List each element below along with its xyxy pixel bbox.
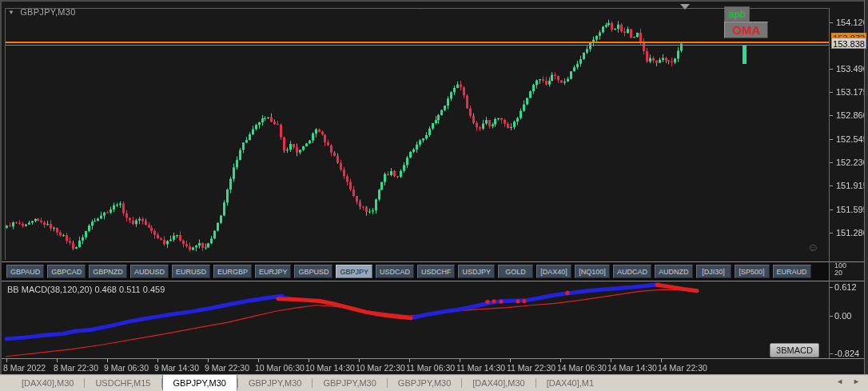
time-tick-label: 10 Mar 14:30 — [305, 363, 355, 373]
symbol-button-eurusd[interactable]: EURUSD — [172, 265, 210, 278]
time-tick — [359, 359, 360, 362]
time-tick — [309, 359, 309, 362]
time-tick-label: 14 Mar 22:30 — [658, 363, 707, 373]
chart-symbol-title: ▼GBPJPY,M30 — [8, 7, 76, 17]
time-tick-label: 14 Mar 06:30 — [557, 363, 607, 373]
chart-tab-3[interactable]: GBPJPY,M30 — [238, 375, 312, 391]
chart-tab-bar: [DAX40],M30USDCHF,M15GBPJPY,M30GBPJPY,M3… — [0, 374, 868, 391]
symbol-button-audcad[interactable]: AUDCAD — [613, 265, 651, 278]
time-tick-label: 11 Mar 14:30 — [456, 363, 505, 373]
window-frame — [0, 0, 868, 2]
time-tick-label: 10 Mar 22:30 — [356, 363, 405, 373]
time-tick-label: 8 Mar 22:30 — [54, 363, 98, 373]
time-tick-label: 14 Mar 14:30 — [607, 363, 657, 373]
price-tick-label: 154.120 — [836, 18, 868, 27]
symbol-button-nq100[interactable]: [NQ100] — [575, 265, 610, 278]
subwindow-scale-bottom: 20 — [834, 269, 842, 276]
time-tick — [611, 359, 611, 362]
chart-tab-6[interactable]: [DAX40],M30 — [462, 375, 535, 391]
window-frame — [864, 0, 868, 374]
price-tick-label: 152.860 — [836, 110, 868, 120]
smiley-icon: ☺ — [807, 241, 818, 253]
time-tick — [107, 359, 108, 362]
symbol-bar: GBPAUDGBPCADGBPNZDAUDUSDEURUSDEURGBPEURJ… — [2, 262, 829, 281]
chart-tab-5[interactable]: GBPJPY,M30 — [388, 375, 461, 391]
time-tick-label: 8 Mar 2022 — [3, 363, 46, 373]
symbol-button-eurgbp[interactable]: EURGBP — [213, 265, 252, 278]
symbol-button-usdchf[interactable]: USDCHF — [417, 265, 456, 278]
symbol-button-gbpnzd[interactable]: GBPNZD — [89, 265, 127, 278]
price-tick-label: 153.175 — [836, 87, 868, 97]
symbol-button-eurjpy[interactable]: EURJPY — [255, 265, 292, 278]
time-tick — [157, 359, 158, 362]
symbol-button-gold[interactable]: GOLD — [498, 265, 533, 278]
current-price-label: 153.838 — [831, 38, 866, 49]
time-tick — [510, 359, 511, 362]
bbmacd-indicator-window[interactable]: BB MACD(38,120,20) 0.468 0.511 0.459 3BM… — [0, 281, 864, 358]
scroll-left-icon[interactable]: ◄ — [836, 377, 843, 385]
symbol-button-gbpusd[interactable]: GBPUSD — [294, 265, 332, 278]
symbol-button-euraud[interactable]: EURAUD — [773, 265, 811, 278]
chevron-down-icon: ▼ — [8, 9, 14, 16]
symbol-button-usdjpy[interactable]: USDJPY — [458, 265, 495, 278]
indicator-label: BB MACD(38,120,20) 0.468 0.511 0.459 — [7, 285, 165, 294]
time-tick — [409, 359, 410, 362]
time-tick-label: 9 Mar 06:30 — [104, 363, 149, 373]
indicator-tick-label: -0.824 — [834, 349, 859, 358]
time-tick-label: 10 Mar 06:30 — [255, 363, 305, 373]
time-tick-label: 11 Mar 22:30 — [507, 363, 555, 373]
subwindow-scale-top: 100 — [834, 262, 846, 269]
window-frame — [0, 0, 2, 374]
signal-bar — [743, 46, 747, 64]
symbol-button-dji30[interactable]: [DJI30] — [696, 265, 731, 278]
time-tick — [661, 359, 662, 362]
symbol-button-gbpcad[interactable]: GBPCAD — [47, 265, 86, 278]
indicator-tick-label: 0.00 — [834, 311, 851, 321]
apb-indicator-badge: apb — [724, 6, 750, 22]
time-tick — [258, 359, 259, 362]
chart-tab-2[interactable]: GBPJPY,M30 — [162, 375, 237, 391]
symbol-button-audusd[interactable]: AUDUSD — [130, 265, 169, 278]
oma-indicator-badge: OMA — [724, 22, 768, 38]
time-tick — [560, 359, 561, 362]
price-tick-label: 153.490 — [836, 64, 868, 74]
price-tick-label: 152.545 — [836, 134, 868, 144]
time-tick — [57, 359, 58, 362]
candlestick-canvas[interactable] — [0, 2, 864, 261]
ask-price-line — [6, 42, 829, 43]
time-tick-label: 11 Mar 06:30 — [406, 363, 455, 373]
time-tick — [208, 359, 209, 362]
symbol-button-sp500[interactable]: [SP500] — [735, 265, 770, 278]
symbol-button-dax40[interactable]: [DAX40] — [536, 265, 571, 278]
indicator-tick-label: 0.612 — [834, 282, 857, 292]
chart-tab-4[interactable]: GBPJPY,M30 — [313, 375, 386, 391]
price-tick-label: 151.280 — [836, 228, 868, 237]
chart-tab-7[interactable]: [DAX40],M1 — [536, 375, 604, 391]
candlestick-chart-window[interactable]: ▼GBPJPY,M30 apb OMA ☺ — [0, 2, 864, 261]
time-tick — [460, 359, 460, 362]
chart-tab-1[interactable]: USDCHF,M15 — [85, 375, 161, 391]
scale-border — [829, 8, 830, 358]
symbol-button-gbpjpy[interactable]: GBPJPY — [336, 265, 372, 278]
time-tick-label: 9 Mar 22:30 — [205, 363, 249, 373]
price-tick-label: 151.915 — [836, 181, 868, 190]
price-tick-label: 151.595 — [836, 205, 868, 214]
time-axis[interactable]: 8 Mar 20228 Mar 22:309 Mar 06:309 Mar 14… — [0, 359, 864, 374]
symbol-button-usdcad[interactable]: USDCAD — [376, 265, 414, 278]
chart-symbol-label: GBPJPY,M30 — [20, 7, 75, 17]
scroll-right-icon[interactable]: ► — [853, 377, 860, 385]
mt4-terminal: ▼GBPJPY,M30 apb OMA ☺ 154.120153.490153.… — [0, 0, 868, 391]
time-tick-label: 9 Mar 14:30 — [154, 363, 199, 373]
chart-tab-0[interactable]: [DAX40],M30 — [11, 375, 84, 391]
time-tick — [6, 359, 7, 362]
price-tick-label: 152.230 — [836, 158, 868, 167]
chart-shift-marker-icon[interactable] — [680, 4, 690, 10]
symbol-button-audnzd[interactable]: AUDNZD — [655, 265, 693, 278]
bid-price-line — [6, 45, 829, 46]
bbmacd-toggle-button[interactable]: 3BMACD on — [770, 343, 819, 357]
symbol-button-gbpaud[interactable]: GBPAUD — [6, 265, 44, 278]
